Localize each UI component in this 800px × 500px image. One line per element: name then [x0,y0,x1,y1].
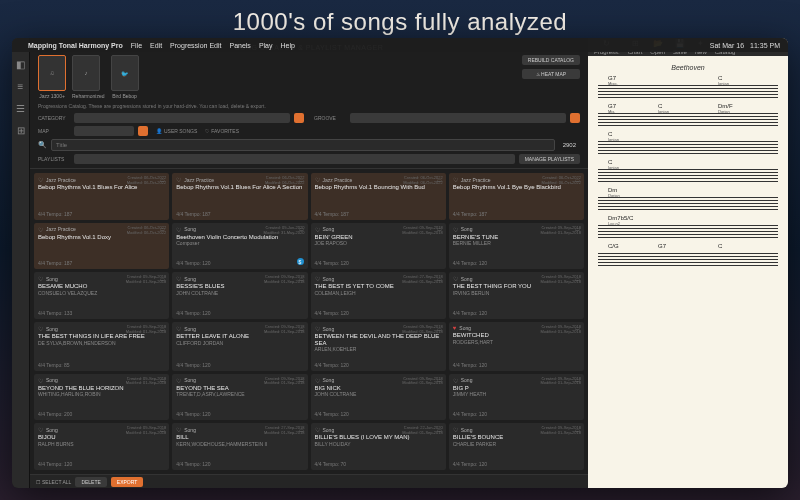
favorites-toggle[interactable]: ♡ FAVORITES [205,128,239,134]
rail-icon-3[interactable]: ☰ [15,102,27,114]
song-card[interactable]: ♡ Song ▭ BIG NICK JOHN COLTRANE Created:… [311,374,446,421]
song-card[interactable]: ♡ Jazz Practice ▭ Bebop Rhythms Vol.1 Bl… [172,173,307,220]
delete-button[interactable]: DELETE [75,477,106,487]
export-button[interactable]: EXPORT [111,477,143,487]
mode-label: Ionian [718,81,729,86]
groove-clear[interactable] [570,113,580,123]
favorite-heart-icon[interactable]: ♡ [453,226,458,233]
favorite-heart-icon[interactable]: ♡ [38,275,43,282]
score-body[interactable]: Beethoven G7Mixo.CIonianG7Mix.CIonianDm/… [588,56,788,488]
song-card[interactable]: ♥ Song ▭ BEWITCHED RODGERS,HART Created:… [449,322,584,370]
favorite-heart-icon[interactable]: ♡ [315,377,320,384]
favorite-heart-icon[interactable]: ♡ [315,226,320,233]
map-select[interactable] [74,126,134,136]
card-tag: Song [323,276,335,282]
favorite-heart-icon[interactable]: ♡ [38,377,43,384]
favorite-heart-icon[interactable]: ♡ [453,426,458,433]
card-tag: Song [323,326,335,332]
song-card[interactable]: ♡ Song ▭ BIJOU RALPH BURNS Created: 09-S… [34,423,169,470]
song-card[interactable]: ♡ Jazz Practice ▭ Bebop Rhythms Vol.1 By… [449,173,584,220]
card-tag: Song [46,326,58,332]
song-card[interactable]: ♡ Song ▭ BEYOND THE BLUE HORIZON WHITING… [34,374,169,421]
heatmap-button[interactable]: ♨ HEAT MAP [522,69,580,79]
favorite-heart-icon[interactable]: ♡ [315,325,320,332]
select-all-checkbox[interactable]: ☐ SELECT ALL [36,479,71,485]
category-select[interactable] [74,113,290,123]
user-songs-toggle[interactable]: 👤 USER SONGS [156,128,197,134]
song-card[interactable]: ♡ Song ▭ BETWEEN THE DEVIL AND THE DEEP … [311,322,446,370]
catalog-panel: SONG CATALOG & PLAYLIST MANAGER ♫ Jazz 1… [30,38,588,488]
favorite-heart-icon[interactable]: ♡ [453,377,458,384]
favorite-heart-icon[interactable]: ♡ [315,426,320,433]
card-tempo: 4/4 Tempo: 120 [453,310,580,316]
menu-file[interactable]: File [131,42,142,49]
card-tag: Jazz Practice [46,177,76,183]
menu-progression-edit[interactable]: Progression Edit [170,42,221,49]
playlist-select[interactable] [74,154,515,164]
card-composer: BILLY HOLIDAY [315,442,442,448]
favorite-heart-icon[interactable]: ♡ [315,275,320,282]
favorite-heart-icon[interactable]: ♡ [176,226,181,233]
favorite-heart-icon[interactable]: ♡ [176,325,181,332]
catalog-thumb-jazz[interactable]: ♫ [38,55,66,91]
song-card[interactable]: ♡ Song ▭ Beethoven Violin Concerto Modul… [172,223,307,270]
menu-edit[interactable]: Edit [150,42,162,49]
manage-playlists-button[interactable]: MANAGE PLAYLISTS [519,154,580,164]
groove-label: GROOVE [314,115,346,121]
favorite-heart-icon[interactable]: ♡ [315,176,320,183]
song-card[interactable]: ♡ Jazz Practice ▭ Bebop Rhythms Vol.1 Bo… [311,173,446,220]
app-name[interactable]: Mapping Tonal Harmony Pro [28,42,123,49]
menu-play[interactable]: Play [259,42,273,49]
song-card[interactable]: ♡ Jazz Practice ▭ Bebop Rhythms Vol.1 Bl… [34,173,169,220]
rail-icon-4[interactable]: ⊞ [15,124,27,136]
card-dates: Created: 09-Sep-2018Modified: 01-Sep-201… [126,275,166,285]
rail-icon-1[interactable]: ◧ [15,58,27,70]
purchase-badge-icon[interactable]: $ [297,258,304,265]
card-tag: Song [323,377,335,383]
category-clear[interactable] [294,113,304,123]
groove-select[interactable] [350,113,566,123]
song-card[interactable]: ♡ Song ▭ THE BEST THING FOR YOU IRVING B… [449,272,584,319]
menu-help[interactable]: Help [281,42,295,49]
catalog-thumb-bird[interactable]: 🐦 [111,55,139,91]
favorite-heart-icon[interactable]: ♥ [453,325,457,331]
title-search-input[interactable] [51,139,555,151]
favorite-heart-icon[interactable]: ♡ [38,325,43,332]
song-card[interactable]: ♡ Jazz Practice ▭ Bebop Rhythms Vol.1 Do… [34,223,169,270]
song-card[interactable]: ♡ Song ▭ BILLIE'S BLUES (I LOVE MY MAN) … [311,423,446,470]
rebuild-catalog-button[interactable]: REBUILD CATALOG [522,55,580,65]
song-card[interactable]: ♡ Song ▭ BERNIE'S TUNE BERNIE MILLER Cre… [449,223,584,270]
favorite-heart-icon[interactable]: ♡ [176,426,181,433]
favorite-heart-icon[interactable]: ♡ [176,275,181,282]
favorite-heart-icon[interactable]: ♡ [453,176,458,183]
song-card[interactable]: ♡ Song ▭ BESAME MUCHO CONSUELO VELAZQUEZ… [34,272,169,319]
card-tag: Song [184,377,196,383]
song-card[interactable]: ♡ Song ▭ BILLIE'S BOUNCE CHARLIE PARKER … [449,423,584,470]
map-clear[interactable] [138,126,148,136]
catalog-thumb-reharm[interactable]: ♪ [72,55,100,91]
favorite-heart-icon[interactable]: ♡ [38,176,43,183]
favorite-heart-icon[interactable]: ♡ [176,377,181,384]
song-card[interactable]: ♡ Song ▭ THE BEST THINGS IN LIFE ARE FRE… [34,322,169,370]
song-card[interactable]: ♡ Song ▭ THE BEST IS YET TO COME COLEMAN… [311,272,446,319]
song-card[interactable]: ♡ Song ▭ BEYOND THE SEA TRENET,D,ASRV,LA… [172,374,307,421]
favorite-heart-icon[interactable]: ♡ [453,275,458,282]
song-card[interactable]: ♡ Song ▭ BESSIE'S BLUES JOHN COLTRANE Cr… [172,272,307,319]
menu-panels[interactable]: Panels [229,42,250,49]
card-tempo: 4/4 Tempo: 120 [176,411,303,417]
card-tempo: 4/4 Tempo: 120 [176,310,303,316]
song-card[interactable]: ♡ Song ▭ BILL KERN,WODEHOUSE,HAMMERSTEIN… [172,423,307,470]
card-title: BETWEEN THE DEVIL AND THE DEEP BLUE SEA [315,333,442,346]
song-grid[interactable]: ♡ Jazz Practice ▭ Bebop Rhythms Vol.1 Bl… [30,169,588,474]
card-composer: RODGERS,HART [453,340,580,346]
card-tempo: 4/4 Tempo: 120 [453,411,580,417]
favorite-heart-icon[interactable]: ♡ [176,176,181,183]
card-tag: Jazz Practice [46,226,76,232]
song-card[interactable]: ♡ Song ▭ BETTER LEAVE IT ALONE CLIFFORD … [172,322,307,370]
favorite-heart-icon[interactable]: ♡ [38,226,43,233]
favorite-heart-icon[interactable]: ♡ [38,426,43,433]
song-card[interactable]: ♡ Song ▭ BIG P JIMMY HEATH Created: 09-S… [449,374,584,421]
catalog-header: SONG CATALOG & PLAYLIST MANAGER ♫ Jazz 1… [30,38,588,169]
rail-icon-2[interactable]: ≡ [15,80,27,92]
song-card[interactable]: ♡ Song ▭ BEIN' GREEN JOE RAPOSO Created:… [311,223,446,270]
